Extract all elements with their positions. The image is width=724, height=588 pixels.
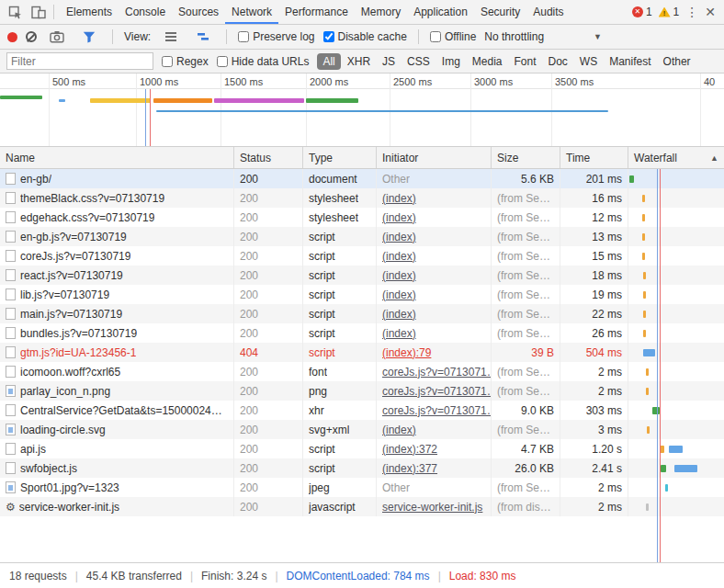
table-row[interactable]: swfobject.js200script(index):37726.0 KB2…: [0, 458, 724, 478]
filter-type-all[interactable]: All: [317, 53, 340, 70]
regex-checkbox[interactable]: Regex: [162, 55, 209, 68]
file-icon: [6, 462, 16, 474]
clear-icon[interactable]: [26, 31, 37, 42]
filter-type-css[interactable]: CSS: [402, 53, 436, 70]
table-row[interactable]: en-gb/200documentOther5.6 KB201 ms: [0, 169, 724, 188]
tab-security[interactable]: Security: [474, 0, 526, 24]
table-row[interactable]: themeBlack.css?v=07130719200stylesheet(i…: [0, 188, 724, 208]
column-header-initiator[interactable]: Initiator: [377, 147, 492, 168]
table-row[interactable]: edgehack.css?v=07130719200stylesheet(ind…: [0, 208, 724, 227]
initiator-link[interactable]: (index): [382, 192, 416, 205]
column-header-name[interactable]: Name: [0, 147, 234, 168]
time-cell: 22 ms: [560, 304, 628, 323]
screenshot-camera-icon[interactable]: [45, 26, 69, 48]
device-toolbar-icon[interactable]: [27, 1, 51, 23]
hide-data-urls-input[interactable]: [217, 56, 228, 67]
tab-sources[interactable]: Sources: [172, 0, 225, 24]
table-row[interactable]: react.js?v=07130719200script(index)(from…: [0, 266, 724, 285]
preserve-log-label: Preserve log: [253, 30, 314, 43]
tab-memory[interactable]: Memory: [355, 0, 407, 24]
initiator-link[interactable]: (index): [382, 231, 416, 243]
table-row[interactable]: main.js?v=07130719200script(index)(from …: [0, 304, 724, 323]
filter-type-img[interactable]: Img: [436, 53, 466, 70]
offline-input[interactable]: [430, 31, 441, 42]
waterfall-bar: [646, 368, 649, 376]
request-name: icomoon.woff?cxrl65: [20, 366, 120, 379]
filter-type-ws[interactable]: WS: [574, 53, 603, 70]
disable-cache-input[interactable]: [323, 31, 334, 42]
regex-input[interactable]: [162, 56, 173, 67]
filter-input[interactable]: [6, 52, 153, 70]
tab-performance[interactable]: Performance: [278, 0, 355, 24]
table-row[interactable]: bundles.js?v=07130719200script(index)(fr…: [0, 323, 724, 343]
table-row[interactable]: ⚙service-worker-init.js200javascriptserv…: [0, 497, 724, 516]
column-header-size[interactable]: Size: [492, 147, 560, 168]
initiator-link[interactable]: (index): [382, 250, 416, 263]
column-header-waterfall[interactable]: Waterfall ▲: [628, 147, 724, 168]
initiator-link[interactable]: (index): [382, 308, 416, 321]
network-overview-timeline[interactable]: 500 ms1000 ms1500 ms2000 ms2500 ms3000 m…: [0, 74, 724, 147]
initiator-link[interactable]: coreJs.js?v=0713071…: [382, 385, 492, 398]
table-row[interactable]: en-gb.js?v=07130719200script(index)(from…: [0, 227, 724, 246]
initiator-link[interactable]: (index):377: [382, 462, 437, 475]
initiator-link[interactable]: coreJs.js?v=0713071…: [382, 404, 492, 417]
error-badge[interactable]: ✕ 1: [632, 6, 652, 18]
filter-type-media[interactable]: Media: [467, 53, 508, 70]
column-header-time[interactable]: Time: [560, 147, 628, 168]
initiator-link[interactable]: (index):79: [382, 346, 431, 359]
hide-data-urls-checkbox[interactable]: Hide data URLs: [217, 55, 310, 68]
table-row[interactable]: loading-circle.svg200svg+xml(index)(from…: [0, 420, 724, 439]
error-icon: ✕: [632, 6, 643, 17]
initiator-link[interactable]: (index): [382, 424, 416, 436]
tab-application[interactable]: Application: [407, 0, 474, 24]
offline-checkbox[interactable]: Offline: [430, 30, 476, 43]
table-row[interactable]: api.js200script(index):3724.7 KB1.20 s: [0, 439, 724, 458]
filter-type-js[interactable]: JS: [377, 53, 401, 70]
filter-type-xhr[interactable]: XHR: [342, 53, 376, 70]
waterfall-bar: [629, 175, 634, 183]
initiator-link[interactable]: service-worker-init.js: [382, 501, 482, 514]
name-cell: ⚙service-worker-init.js: [0, 497, 234, 516]
table-row[interactable]: parlay_icon_n.png200pngcoreJs.js?v=07130…: [0, 381, 724, 401]
more-menu-icon[interactable]: ⋮: [685, 5, 698, 19]
disable-cache-checkbox[interactable]: Disable cache: [323, 30, 407, 43]
tab-console[interactable]: Console: [119, 0, 172, 24]
tab-elements[interactable]: Elements: [60, 0, 119, 24]
table-row[interactable]: gtm.js?id=UA-123456-1404script(index):79…: [0, 343, 724, 362]
throttling-dropdown[interactable]: No throttling ▼: [484, 30, 602, 43]
tab-network[interactable]: Network: [225, 0, 278, 24]
type-cell: font: [303, 362, 377, 381]
initiator-link[interactable]: (index): [382, 288, 416, 301]
preserve-log-input[interactable]: [238, 31, 249, 42]
filter-funnel-icon[interactable]: [77, 26, 101, 48]
inspect-element-icon[interactable]: [3, 1, 27, 23]
view-overview-icon[interactable]: [191, 26, 215, 48]
size-cell: 26.0 KB: [492, 458, 560, 478]
table-row[interactable]: coreJs.js?v=07130719200script(index)(fro…: [0, 246, 724, 266]
size-cell-text: 26.0 KB: [515, 462, 554, 475]
initiator-link[interactable]: (index):372: [382, 443, 437, 456]
filter-type-manifest[interactable]: Manifest: [604, 53, 656, 70]
initiator-link[interactable]: (index): [382, 211, 416, 224]
status-cell-text: 200: [240, 173, 258, 186]
record-button[interactable]: [7, 32, 17, 42]
initiator-link[interactable]: (index): [382, 269, 416, 282]
initiator-link[interactable]: coreJs.js?v=0713071…: [382, 366, 492, 379]
filter-type-doc[interactable]: Doc: [543, 53, 573, 70]
preserve-log-checkbox[interactable]: Preserve log: [238, 30, 314, 43]
view-list-icon[interactable]: [159, 26, 183, 48]
column-header-status[interactable]: Status: [234, 147, 303, 168]
tab-audits[interactable]: Audits: [526, 0, 570, 24]
size-cell-text: (from Servi…: [497, 288, 554, 301]
initiator-link[interactable]: (index): [382, 327, 416, 340]
size-cell-text: (from Servi…: [497, 366, 554, 379]
table-row[interactable]: CentralService?GetData&ts=1500002485…200…: [0, 401, 724, 420]
warning-badge[interactable]: ! 1: [659, 6, 680, 18]
close-devtools-icon[interactable]: ✕: [705, 5, 716, 19]
table-row[interactable]: lib.js?v=07130719200script(index)(from S…: [0, 285, 724, 304]
filter-type-other[interactable]: Other: [658, 53, 696, 70]
table-row[interactable]: Sport01.jpg?v=1323200jpegOther(from Serv…: [0, 478, 724, 497]
table-row[interactable]: icomoon.woff?cxrl65200fontcoreJs.js?v=07…: [0, 362, 724, 381]
filter-type-font[interactable]: Font: [509, 53, 542, 70]
column-header-type[interactable]: Type: [303, 147, 377, 168]
